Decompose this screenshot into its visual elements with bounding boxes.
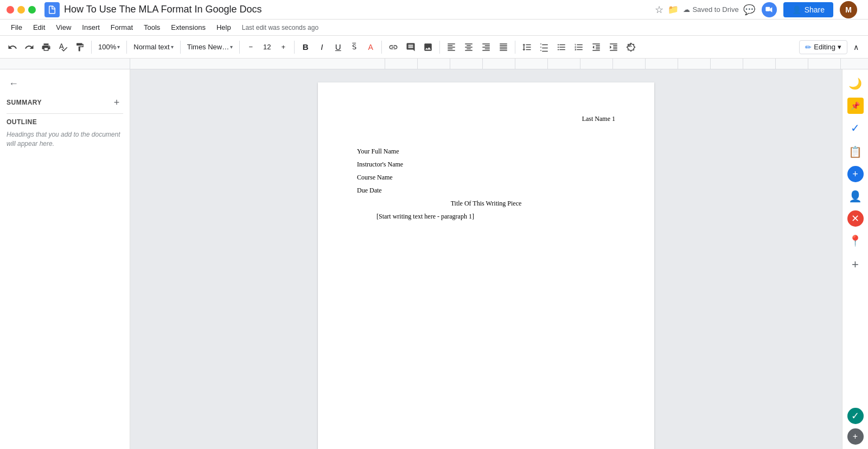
moon-button[interactable]: 🌙	[846, 74, 865, 93]
plus-add-icon: +	[852, 258, 859, 272]
undo-button[interactable]	[4, 39, 21, 56]
print-button[interactable]	[38, 39, 54, 56]
menu-file[interactable]: File	[7, 21, 27, 34]
align-justify-button[interactable]	[495, 39, 512, 56]
link-button[interactable]	[385, 39, 401, 56]
summary-label: SUMMARY	[7, 99, 42, 106]
share-button[interactable]: 👤 Share	[783, 2, 833, 17]
doc-panel-button[interactable]: 📋	[846, 142, 865, 162]
style-value: Normal text	[133, 43, 169, 51]
redo-button[interactable]	[21, 39, 37, 56]
editing-pencil-icon: ✏	[805, 43, 812, 52]
highlight-button[interactable]: A	[363, 39, 378, 56]
ruler	[0, 59, 868, 69]
menu-tools[interactable]: Tools	[139, 21, 164, 34]
meet-button[interactable]	[762, 2, 777, 17]
doc-line-fullname: Your Full Name	[357, 145, 615, 158]
paint-format-button[interactable]	[72, 39, 88, 56]
editing-dropdown[interactable]: ✏ Editing ▾	[799, 40, 847, 54]
docs-icon	[44, 2, 60, 17]
minimize-button[interactable]	[17, 6, 25, 14]
sidebar: ← SUMMARY + OUTLINE Headings that you ad…	[0, 69, 130, 449]
font-size-input[interactable]	[258, 43, 276, 51]
close-button[interactable]	[7, 6, 14, 14]
settings-circle-icon[interactable]: +	[847, 428, 864, 445]
star-icon[interactable]: ☆	[655, 4, 663, 16]
doc-title-line: Title Of This Writing Piece	[357, 197, 615, 210]
align-center-button[interactable]	[461, 39, 477, 56]
numbered-list-button[interactable]	[571, 39, 587, 56]
add-circle-button[interactable]: +	[847, 166, 864, 182]
menu-insert[interactable]: Insert	[78, 21, 104, 34]
insert-image-button[interactable]	[420, 39, 436, 56]
avatar: M	[840, 1, 857, 18]
line-spacing-button[interactable]	[519, 39, 535, 56]
plus-add-button[interactable]: +	[846, 255, 865, 274]
font-size-increase-button[interactable]: +	[276, 39, 291, 56]
menu-format[interactable]: Format	[106, 21, 137, 34]
font-size-decrease-button[interactable]: −	[243, 39, 258, 56]
underline-button[interactable]: U	[330, 39, 346, 56]
folder-icon[interactable]: 📁	[668, 4, 679, 15]
page-area[interactable]: Last Name 1 Your Full Name Instructor's …	[130, 69, 842, 449]
document-content[interactable]: Your Full Name Instructor's Name Course …	[357, 145, 615, 223]
maps-icon: 📍	[848, 234, 862, 247]
cancel-icon[interactable]: ✕	[847, 210, 864, 227]
maps-button[interactable]: 📍	[846, 231, 865, 251]
align-right-button[interactable]	[478, 39, 494, 56]
svg-rect-0	[765, 7, 770, 11]
spellcheck-button[interactable]	[55, 39, 71, 56]
sidebar-add-button[interactable]: +	[110, 96, 123, 109]
menu-edit[interactable]: Edit	[29, 21, 49, 34]
ruler-left-margin	[0, 59, 130, 69]
moon-icon: 🌙	[848, 77, 862, 90]
increase-indent-button[interactable]	[605, 39, 622, 56]
outline-hint: Headings that you add to the document wi…	[7, 130, 123, 149]
doc-panel-icon: 📋	[848, 145, 862, 158]
clear-formatting-button[interactable]	[623, 39, 639, 56]
header-right: 💬 👤 Share M	[743, 1, 857, 18]
saved-badge: ☁ Saved to Drive	[683, 5, 738, 14]
sidebar-back-button[interactable]: ←	[7, 76, 21, 92]
editing-label: Editing	[814, 43, 835, 51]
maximize-button[interactable]	[28, 6, 36, 14]
style-dropdown[interactable]: Normal text ▾	[130, 41, 176, 53]
align-left-button[interactable]	[443, 39, 459, 56]
last-edit-text: Last edit was seconds ago	[242, 24, 318, 31]
add-circle-icon: +	[847, 166, 864, 182]
check-circle-icon[interactable]: ✓	[847, 408, 864, 424]
font-dropdown[interactable]: Times New… ▾	[184, 41, 237, 53]
person-button[interactable]: 👤	[846, 187, 865, 206]
font-value: Times New…	[187, 43, 229, 51]
sep-7	[439, 41, 440, 54]
doc-line-instructor: Instructor's Name	[357, 158, 615, 171]
menu-help[interactable]: Help	[212, 21, 235, 34]
menu-extensions[interactable]: Extensions	[167, 21, 210, 34]
tasks-button[interactable]: ✓	[846, 118, 865, 138]
strikethrough-button[interactable]: S̅	[347, 39, 362, 56]
sep-3	[180, 41, 181, 54]
right-panel-button-2[interactable]: 📌	[847, 98, 864, 114]
toolbar: 100% ▾ Normal text ▾ Times New… ▾ − + B …	[0, 36, 868, 59]
decrease-indent-button[interactable]	[588, 39, 604, 56]
menu-view[interactable]: View	[52, 21, 75, 34]
person-icon: 👤	[848, 190, 862, 203]
bullets-button[interactable]	[553, 39, 570, 56]
sep-8	[515, 41, 515, 54]
doc-line-date: Due Date	[357, 184, 615, 197]
bold-button[interactable]: B	[298, 39, 313, 56]
sep-6	[381, 41, 382, 54]
insert-comment-button[interactable]	[403, 39, 419, 56]
collapse-toolbar-button[interactable]: ∧	[848, 39, 864, 56]
italic-button[interactable]: I	[314, 39, 329, 56]
sep-4	[239, 41, 240, 54]
comment-button[interactable]: 💬	[743, 4, 755, 16]
document-page[interactable]: Last Name 1 Your Full Name Instructor's …	[318, 82, 654, 449]
document-title: How To Use The MLA Format In Google Docs	[64, 4, 650, 15]
titlebar: How To Use The MLA Format In Google Docs…	[0, 0, 868, 20]
zoom-dropdown[interactable]: 100% ▾	[95, 41, 123, 53]
checklist-button[interactable]	[536, 39, 552, 56]
settings-circle-bottom: +	[847, 428, 864, 445]
sep-2	[126, 41, 127, 54]
font-size-control: − +	[243, 39, 291, 56]
